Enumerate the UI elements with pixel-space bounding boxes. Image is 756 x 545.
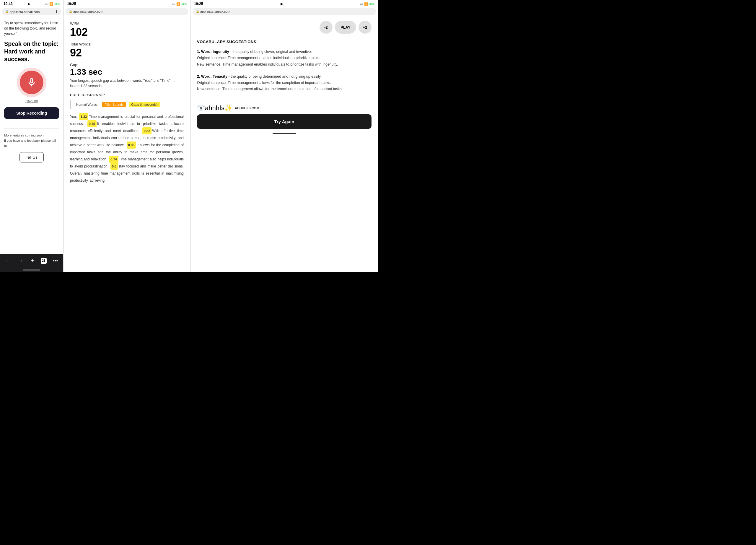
response-word: management xyxy=(128,157,150,161)
topic-title: Speak on the topic: Hard work and succes… xyxy=(4,40,59,63)
response-word: make xyxy=(147,164,157,168)
battery-1: 98% xyxy=(54,2,60,6)
response-word: for xyxy=(136,115,142,119)
vocab-title: VOCABULARY SUGGESTIONS: xyxy=(197,40,372,44)
url-bar-1[interactable]: 🔒 app.insta-speak.com ⬆ xyxy=(2,8,61,15)
response-word: in xyxy=(162,171,166,175)
response-word: and xyxy=(105,129,113,133)
response-word: individuals xyxy=(93,136,111,140)
gap-badge: 0.45 xyxy=(87,120,97,127)
response-word: to xyxy=(70,164,74,168)
response-word: can xyxy=(111,136,118,140)
response-word: focused xyxy=(126,164,140,168)
gap-badge: 1.33 xyxy=(79,113,88,120)
response-word: reduce xyxy=(118,136,131,140)
forward-button-1[interactable]: → xyxy=(16,257,25,265)
response-word: personal xyxy=(142,115,157,119)
status-icons-1: ▪▪▪ 📶 98% xyxy=(45,2,60,6)
response-word: to xyxy=(125,150,130,154)
back-button-1[interactable]: ← xyxy=(4,257,12,265)
response-word: personal xyxy=(156,150,172,154)
stop-recording-button[interactable]: Stop Recording xyxy=(4,107,59,119)
response-word: the xyxy=(156,143,162,147)
response-word: Time xyxy=(119,157,128,161)
response-word: is xyxy=(120,115,125,119)
tab-count-1[interactable]: 21 xyxy=(41,258,47,264)
vocab-entry: 1. Word: Ingenuity - the quality of bein… xyxy=(197,49,372,68)
phone-panel-1: 19:43 ▶ ▪▪▪ 📶 98% 🔒 app.insta-speak.com … xyxy=(0,0,63,272)
legend-normal: Normal Words xyxy=(74,102,99,107)
vocab-list: 1. Word: Ingenuity - the quality of bein… xyxy=(197,49,372,92)
minus2-button[interactable]: -2 xyxy=(320,21,333,34)
total-words-value: 92 xyxy=(70,47,184,59)
mic-button[interactable] xyxy=(20,71,43,94)
add-tab-button-1[interactable]: + xyxy=(29,256,36,265)
gap-value: 1.33 sec xyxy=(70,67,184,77)
gap-badge: 0.86 xyxy=(127,141,136,149)
play-button[interactable]: PLAY xyxy=(335,21,356,34)
timer-text: .15/1:00 xyxy=(25,100,38,104)
time-1: 19:43 xyxy=(4,2,13,6)
response-word: effective xyxy=(162,129,177,133)
response-word: essential xyxy=(146,171,162,175)
share-icon-1[interactable]: ⬆ xyxy=(55,10,58,14)
response-word: balance. xyxy=(111,143,126,147)
lock-icon-3: 🔒 xyxy=(196,10,199,13)
topic-intro: Try to speak immediately for 1 min on th… xyxy=(4,20,59,36)
response-word: Overall, xyxy=(70,171,84,175)
response-word: and xyxy=(157,115,164,119)
response-word: enables xyxy=(102,122,118,126)
wifi-2: 📶 xyxy=(176,2,180,6)
url-bar-2[interactable]: 🔒 app.insta-speak.com xyxy=(66,8,188,15)
response-word: the xyxy=(106,150,113,154)
legend: Normal Words Filler Sounds Gaps (in seco… xyxy=(70,100,184,109)
mic-container: .15/1:00 xyxy=(4,68,59,104)
response-word: avoid xyxy=(74,164,84,168)
response-word: maximising xyxy=(166,171,184,175)
watermark: 🐻‍❄️ahhhfs✨ AHHHHFS.COM xyxy=(197,104,372,112)
signal-2: ▪▪▪ xyxy=(172,2,175,6)
response-word: skills xyxy=(132,171,141,175)
gap-badge: 0.74 xyxy=(109,156,118,163)
phone-panel-2: 19:25 ▪▪▪ 📶 98% 🔒 app.insta-speak.com WP… xyxy=(63,0,190,272)
response-word: time xyxy=(141,150,150,154)
response-word: increase xyxy=(143,136,157,140)
gap-badge: 0.5 xyxy=(110,163,118,170)
battery-3: 98% xyxy=(369,2,374,6)
wpm-label: WPM: xyxy=(70,21,80,26)
phone1-content: Try to speak immediately for 1 min on th… xyxy=(0,16,63,254)
response-word: It xyxy=(97,122,102,126)
response-word: meet xyxy=(113,129,123,133)
gap-section: Gap: 1.33 sec Your longest speech gap wa… xyxy=(70,62,184,89)
response-word: It xyxy=(136,143,140,147)
lock-icon-2: 🔒 xyxy=(69,10,72,13)
response-word: individuals xyxy=(118,122,137,126)
more-button-1[interactable]: ••• xyxy=(51,257,60,265)
time-2: 19:25 xyxy=(67,2,76,6)
response-word: efficiently xyxy=(88,129,105,133)
response-word: tasks xyxy=(87,150,98,154)
response-word: and xyxy=(98,150,106,154)
battery-2: 98% xyxy=(181,2,187,6)
response-word: and xyxy=(140,164,148,168)
response-word: management xyxy=(110,171,132,175)
plus2-button[interactable]: +2 xyxy=(359,21,372,34)
response-word: a xyxy=(84,143,87,147)
response-word: professional xyxy=(164,115,184,119)
tell-us-button[interactable]: Tell Us xyxy=(19,152,43,162)
response-word: for xyxy=(150,150,156,154)
response-word: resources xyxy=(70,129,88,133)
response-word: is xyxy=(141,171,146,175)
try-again-button[interactable]: Try Again xyxy=(197,114,372,129)
response-word: better xyxy=(157,164,168,168)
gap-badge: 0.82 xyxy=(142,127,151,134)
url-bar-3[interactable]: 🔒 app.insta-speak.com xyxy=(193,8,376,15)
location-icon-1: ▶ xyxy=(28,2,30,6)
response-word: prioritize xyxy=(143,122,159,126)
location-icon-3: ▶ xyxy=(281,2,283,6)
response-word: also xyxy=(150,157,157,161)
gap-description: Your longest speech gap was between: wor… xyxy=(70,78,184,89)
bottom-indicator xyxy=(273,133,296,134)
full-response-label: FULL RESPONSE: xyxy=(70,93,184,97)
status-bar-3: 19:25 ▶ ▪▪▪ 📶 98% xyxy=(190,0,378,7)
